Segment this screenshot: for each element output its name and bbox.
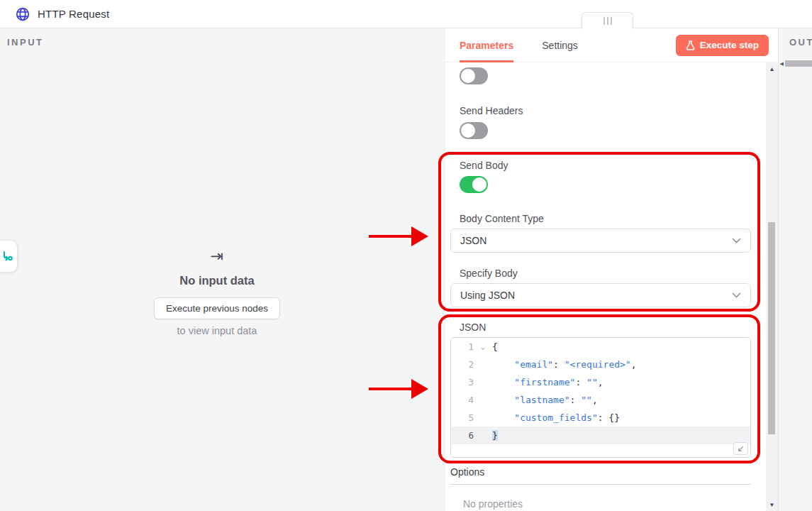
editor-footer [451,444,750,457]
branch-icon [2,251,13,262]
output-panel: OUTPUT ◀ [779,28,812,511]
line-number: 3 [451,377,474,388]
code-line[interactable]: 3 "firstname": "", [451,373,750,391]
line-number: 1 [451,341,474,352]
chevron-down-icon [732,238,741,243]
scroll-down-icon[interactable]: ▼ [766,500,778,510]
arrow-into-bar-icon: ⇥ [0,247,434,265]
code-line[interactable]: 6} [451,427,750,444]
input-empty-state: ⇥ No input data Execute previous nodes t… [0,247,434,336]
specify-body-select[interactable]: Using JSON [450,283,751,307]
node-header: HTTP Request [0,0,812,28]
send-headers-toggle[interactable] [460,122,488,139]
input-panel: INPUT ⇥ No input data Execute previous n… [0,28,445,511]
code-line[interactable]: 1⌄{ [451,338,750,356]
input-panel-label: INPUT [7,37,44,48]
output-hscrollbar[interactable]: ◀ [779,60,812,67]
code-line[interactable]: 5 "custom_fields": {} [451,409,750,427]
flask-icon [686,40,695,50]
code-line[interactable]: 4 "lastname": "", [451,391,750,409]
no-input-data-title: No input data [0,274,434,287]
expand-editor-icon[interactable] [733,442,748,455]
body-content-type-label: Body Content Type [460,213,751,224]
fold-arrow-icon: ⌄ [474,343,492,351]
tab-parameters[interactable]: Parameters [460,28,513,62]
parameters-panel: Parameters Settings Execute step Send He… [445,28,779,511]
node-title: HTTP Request [38,8,109,20]
focus-panel-button[interactable] [0,240,18,273]
send-headers-label: Send Headers [460,105,751,116]
scrollbar-thumb[interactable] [768,222,775,434]
code-line[interactable]: 2 "email": "<required>", [451,356,750,373]
json-code-editor[interactable]: 1⌄{2 "email": "<required>",3 "firstname"… [450,337,751,458]
send-body-label: Send Body [460,160,751,171]
params-scrollbar[interactable]: ▲ ▼ [766,62,778,511]
execute-step-button[interactable]: Execute step [676,35,769,56]
parameters-scroll-area: Send Headers Send Body Body Content Type… [445,62,766,510]
output-panel-label: OUTPUT [789,37,812,48]
input-hint: to view input data [0,325,434,336]
line-number: 2 [451,359,474,370]
ndv-modal: HTTP Request INPUT ⇥ No input data Execu… [0,0,812,511]
scroll-left-icon: ◀ [779,61,785,67]
line-number: 4 [451,395,474,405]
hscrollbar-thumb[interactable] [785,60,812,67]
tab-settings[interactable]: Settings [542,28,578,62]
options-heading: Options [450,466,751,485]
execute-previous-nodes-button[interactable]: Execute previous nodes [154,297,280,319]
line-number: 6 [451,430,474,441]
tab-row: Parameters Settings Execute step [445,28,778,62]
options-empty-text: No properties [463,498,751,510]
specify-body-label: Specify Body [460,268,751,279]
body-content-type-select[interactable]: JSON [450,229,751,253]
send-body-toggle[interactable] [460,176,488,193]
scroll-up-icon[interactable]: ▲ [766,64,778,74]
globe-icon [15,6,30,22]
panel-drag-handle[interactable] [582,12,633,29]
json-field-label: JSON [460,322,751,333]
toggle-unlabeled[interactable] [460,67,488,84]
chevron-down-icon [732,292,741,298]
line-number: 5 [451,412,474,423]
